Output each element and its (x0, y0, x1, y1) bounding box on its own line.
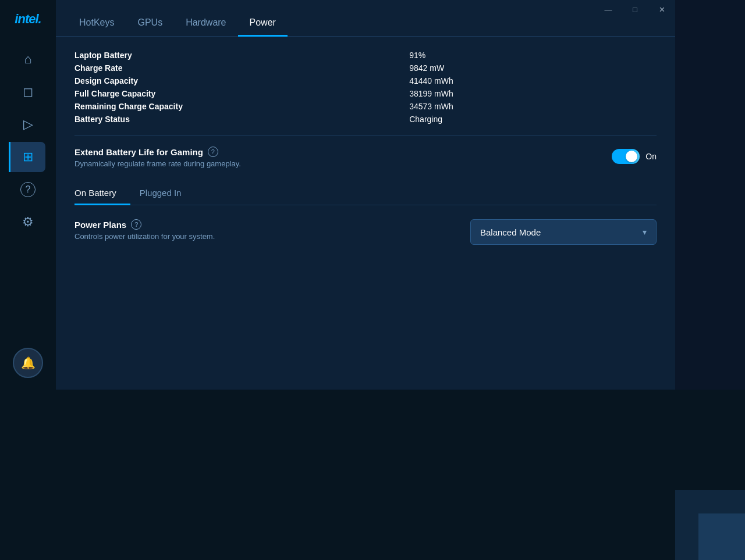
power-plans-title: Power Plans ? (74, 219, 215, 230)
design-capacity-label: Design Capacity (74, 76, 386, 85)
display-icon: ◻ (23, 84, 33, 99)
charge-rate-label: Charge Rate (74, 63, 386, 73)
titlebar: — □ ✕ (595, 0, 675, 19)
divider-1 (74, 135, 657, 136)
design-capacity-value: 41440 mWh (409, 76, 657, 85)
tab-gpus[interactable]: GPUs (126, 10, 174, 37)
tab-power[interactable]: Power (238, 10, 288, 37)
extend-battery-help-icon[interactable]: ? (208, 147, 218, 157)
power-plans-help-icon[interactable]: ? (131, 219, 141, 230)
power-plans-section: Power Plans ? Controls power utilization… (74, 219, 657, 245)
close-button[interactable]: ✕ (648, 0, 675, 19)
sidebar-item-apps[interactable]: ⊞ (9, 142, 45, 172)
content-area: Laptop Battery 91% Charge Rate 9842 mW D… (56, 37, 675, 390)
media-icon: ▷ (23, 117, 33, 132)
battery-status-label: Battery Status (74, 115, 386, 124)
sidebar-bottom: 🔔 (13, 348, 43, 378)
toggle-container: On (612, 149, 657, 164)
corner-decoration-2 (698, 513, 745, 560)
bottom-background (0, 390, 745, 560)
full-charge-label: Full Charge Capacity (74, 89, 386, 98)
apps-icon: ⊞ (23, 149, 33, 165)
home-icon: ⌂ (24, 52, 31, 67)
gear-icon: ⚙ (22, 215, 34, 230)
tab-hotkeys[interactable]: HotKeys (68, 10, 126, 37)
extend-battery-toggle[interactable] (612, 149, 640, 164)
tab-bar: HotKeys GPUs Hardware Power (56, 5, 675, 37)
sidebar-nav: ⌂ ◻ ▷ ⊞ ? ⚙ (0, 44, 56, 348)
help-icon: ? (20, 182, 36, 197)
extend-battery-description: Dynamically regulate frame rate during g… (74, 159, 241, 168)
minimize-button[interactable]: — (595, 0, 622, 19)
laptop-battery-value: 91% (409, 51, 657, 60)
remaining-value: 34573 mWh (409, 102, 657, 111)
charge-rate-value: 9842 mW (409, 63, 657, 73)
chevron-down-icon: ▾ (643, 227, 647, 237)
close-icon: ✕ (659, 5, 665, 14)
sidebar-item-display[interactable]: ◻ (10, 77, 45, 107)
remaining-label: Remaining Charge Capacity (74, 102, 386, 111)
tab-hardware[interactable]: Hardware (174, 10, 237, 37)
bell-icon: 🔔 (21, 356, 36, 370)
extend-battery-section: Extend Battery Life for Gaming ? Dynamic… (74, 147, 657, 168)
full-charge-value: 38199 mWh (409, 89, 657, 98)
battery-status-value: Charging (409, 115, 657, 124)
sidebar-item-help[interactable]: ? (10, 174, 45, 205)
power-plans-dropdown[interactable]: Balanced Mode ▾ (470, 219, 657, 245)
power-plans-selected: Balanced Mode (480, 227, 541, 237)
minimize-icon: — (605, 5, 612, 14)
laptop-battery-label: Laptop Battery (74, 51, 386, 60)
extend-battery-text: Extend Battery Life for Gaming ? Dynamic… (74, 147, 241, 168)
maximize-icon: □ (633, 5, 637, 14)
extend-battery-title: Extend Battery Life for Gaming ? (74, 147, 241, 157)
maximize-button[interactable]: □ (622, 0, 648, 19)
notification-button[interactable]: 🔔 (13, 348, 43, 378)
power-plans-description: Controls power utilization for your syst… (74, 232, 215, 241)
sidebar: intel. ⌂ ◻ ▷ ⊞ ? ⚙ 🔔 (0, 0, 56, 390)
sub-tab-plugged-in[interactable]: Plugged In (140, 182, 196, 205)
sidebar-item-media[interactable]: ▷ (10, 109, 45, 140)
sub-tab-on-battery[interactable]: On Battery (74, 182, 130, 205)
toggle-state-label: On (645, 152, 657, 161)
battery-info-table: Laptop Battery 91% Charge Rate 9842 mW D… (74, 51, 657, 124)
app-window: intel. ⌂ ◻ ▷ ⊞ ? ⚙ 🔔 (0, 0, 675, 390)
power-plans-text: Power Plans ? Controls power utilization… (74, 219, 215, 241)
sidebar-item-settings[interactable]: ⚙ (10, 207, 45, 237)
main-content: — □ ✕ HotKeys GPUs Hardware Power (56, 0, 675, 390)
power-sub-tabs: On Battery Plugged In (74, 182, 657, 205)
sidebar-item-home[interactable]: ⌂ (10, 44, 45, 74)
intel-logo: intel. (9, 6, 47, 33)
